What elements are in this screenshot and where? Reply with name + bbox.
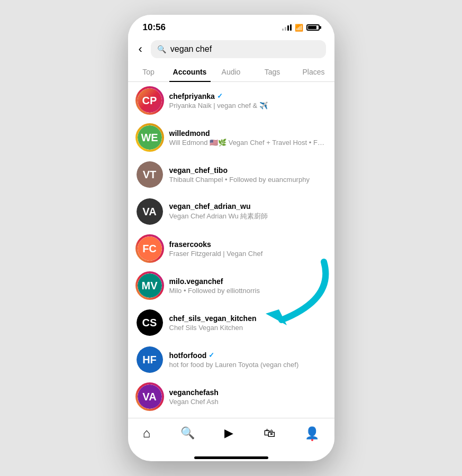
avatar: CP bbox=[138, 88, 162, 113]
account-username: chefpriyanka ✓ bbox=[169, 92, 326, 100]
battery-icon bbox=[306, 24, 320, 31]
account-info: chefpriyanka ✓ Priyanka Naik | vegan che… bbox=[169, 92, 326, 109]
username-text: willedmond bbox=[169, 129, 210, 138]
avatar-wrap: CS bbox=[137, 309, 163, 336]
username-text: vegan_chef_tibo bbox=[169, 166, 228, 175]
profile-icon: 👤 bbox=[305, 426, 319, 440]
tab-tags[interactable]: Tags bbox=[252, 62, 293, 81]
wifi-icon: 📶 bbox=[295, 24, 303, 32]
account-desc: hot for food by Lauren Toyota (vegan che… bbox=[169, 361, 326, 369]
username-text: chef_sils_vegan_kitchen bbox=[169, 314, 257, 323]
username-text: hotforfood bbox=[169, 351, 207, 360]
avatar-inner: VA bbox=[138, 385, 162, 409]
account-username: willedmond bbox=[169, 129, 326, 138]
nav-shop[interactable]: 🛍 bbox=[257, 424, 282, 442]
avatar-wrap: WE bbox=[137, 124, 163, 151]
account-item[interactable]: HF hotforfood ✓ hot for food by Lauren T… bbox=[128, 341, 334, 378]
account-username: chef_sils_vegan_kitchen bbox=[169, 314, 326, 323]
username-text: frasercooks bbox=[169, 240, 211, 249]
avatar: WE bbox=[138, 125, 162, 150]
account-item[interactable]: WE willedmond Will Edmond 🇺🇸🌿 Vegan Chef… bbox=[128, 119, 334, 156]
avatar-wrap: VA bbox=[137, 198, 163, 225]
account-desc: Chef Sils Vegan Kitchen bbox=[169, 324, 326, 332]
avatar-inner: FC bbox=[138, 236, 162, 261]
account-desc: Milo • Followed by elliottnorris bbox=[169, 287, 326, 295]
username-text: milo.veganchef bbox=[169, 277, 223, 286]
username-text: vegan_chef_adrian_wu bbox=[169, 202, 251, 210]
account-item[interactable]: MV milo.veganchef Milo • Followed by ell… bbox=[128, 267, 334, 304]
avatar-wrap: MV bbox=[137, 272, 163, 299]
back-button[interactable]: ‹ bbox=[137, 40, 144, 58]
account-desc: Thibault Champel • Followed by euancmurp… bbox=[169, 176, 326, 184]
account-item[interactable]: CS chef_sils_vegan_kitchen Chef Sils Veg… bbox=[128, 304, 334, 341]
account-desc: Fraser Fitzgerald | Vegan Chef bbox=[169, 250, 326, 258]
account-username: vegan_chef_adrian_wu bbox=[169, 202, 326, 210]
account-desc: Vegan Chef Ash bbox=[169, 398, 326, 406]
avatar-wrap: VT bbox=[137, 161, 163, 188]
search-icon: 🔍 bbox=[157, 45, 166, 53]
account-item[interactable]: VA vegan_chef_adrian_wu Vegan Chef Adria… bbox=[128, 193, 334, 230]
tab-audio[interactable]: Audio bbox=[211, 62, 252, 81]
avatar-inner: WE bbox=[138, 125, 162, 150]
avatar-wrap: HF bbox=[137, 346, 163, 373]
account-username: frasercooks bbox=[169, 240, 326, 249]
avatar: VA bbox=[137, 198, 163, 225]
account-username: milo.veganchef bbox=[169, 277, 326, 286]
verified-badge: ✓ bbox=[217, 92, 223, 100]
account-username: vegan_chef_tibo bbox=[169, 166, 326, 175]
account-info: chef_sils_vegan_kitchen Chef Sils Vegan … bbox=[169, 314, 326, 332]
status-time: 10:56 bbox=[143, 22, 166, 33]
nav-search[interactable]: 🔍 bbox=[174, 424, 201, 442]
search-bar[interactable]: 🔍 vegan chef bbox=[151, 40, 326, 58]
avatar-wrap: VA bbox=[137, 383, 163, 410]
account-item[interactable]: CP chefpriyanka ✓ Priyanka Naik | vegan … bbox=[128, 82, 334, 119]
avatar: VT bbox=[137, 161, 163, 188]
home-icon: ⌂ bbox=[143, 426, 151, 441]
avatar: CS bbox=[137, 309, 163, 336]
verified-badge: ✓ bbox=[209, 351, 214, 359]
search-nav-icon: 🔍 bbox=[180, 426, 195, 440]
account-item[interactable]: VT vegan_chef_tibo Thibault Champel • Fo… bbox=[128, 156, 334, 193]
account-desc: Will Edmond 🇺🇸🌿 Vegan Chef + Travel Host… bbox=[169, 139, 326, 147]
home-indicator bbox=[194, 456, 268, 459]
accounts-list: CP chefpriyanka ✓ Priyanka Naik | vegan … bbox=[128, 82, 334, 418]
account-item[interactable]: VA veganchefash Vegan Chef Ash bbox=[128, 378, 334, 415]
account-info: frasercooks Fraser Fitzgerald | Vegan Ch… bbox=[169, 240, 326, 258]
tab-top[interactable]: Top bbox=[128, 62, 169, 81]
avatar: VA bbox=[138, 385, 162, 409]
username-text: veganchefash bbox=[169, 388, 219, 397]
status-icons: 📶 bbox=[282, 24, 320, 32]
account-username: hotforfood ✓ bbox=[169, 351, 326, 360]
account-info: willedmond Will Edmond 🇺🇸🌿 Vegan Chef + … bbox=[169, 129, 326, 147]
bottom-nav: ⌂ 🔍 ▶ 🛍 👤 bbox=[128, 418, 334, 453]
account-desc: Priyanka Naik | vegan chef & ✈️ bbox=[169, 102, 326, 109]
account-info: veganchefash Vegan Chef Ash bbox=[169, 388, 326, 406]
search-query: vegan chef bbox=[170, 44, 212, 54]
username-text: chefpriyanka bbox=[169, 92, 215, 100]
profile-dot bbox=[311, 439, 313, 441]
nav-reels[interactable]: ▶ bbox=[218, 424, 240, 442]
account-info: vegan_chef_tibo Thibault Champel • Follo… bbox=[169, 166, 326, 184]
search-header: ‹ 🔍 vegan chef bbox=[128, 36, 334, 62]
avatar-inner: MV bbox=[138, 273, 162, 298]
account-info: milo.veganchef Milo • Followed by elliot… bbox=[169, 277, 326, 295]
avatar-wrap: FC bbox=[137, 235, 163, 262]
avatar: FC bbox=[138, 236, 162, 261]
account-desc: Vegan Chef Adrian Wu 純素廚師 bbox=[169, 212, 326, 221]
tab-places[interactable]: Places bbox=[293, 62, 334, 81]
avatar: HF bbox=[137, 346, 163, 373]
nav-home[interactable]: ⌂ bbox=[137, 424, 157, 443]
status-bar: 10:56 📶 bbox=[128, 15, 334, 36]
account-item[interactable]: FC frasercooks Fraser Fitzgerald | Vegan… bbox=[128, 230, 334, 267]
tab-accounts[interactable]: Accounts bbox=[169, 62, 211, 81]
account-username: veganchefash bbox=[169, 388, 326, 397]
reels-icon: ▶ bbox=[224, 426, 233, 440]
nav-profile[interactable]: 👤 bbox=[298, 424, 325, 442]
content-area: CP chefpriyanka ✓ Priyanka Naik | vegan … bbox=[128, 82, 334, 418]
avatar-inner: CP bbox=[138, 88, 162, 113]
avatar: MV bbox=[138, 273, 162, 298]
avatar-wrap: CP bbox=[137, 87, 163, 114]
account-info: vegan_chef_adrian_wu Vegan Chef Adrian W… bbox=[169, 202, 326, 221]
account-item[interactable]: VI veganchef_iceland Þorgerður Ólafsdótt… bbox=[128, 415, 334, 418]
account-info: hotforfood ✓ hot for food by Lauren Toyo… bbox=[169, 351, 326, 369]
